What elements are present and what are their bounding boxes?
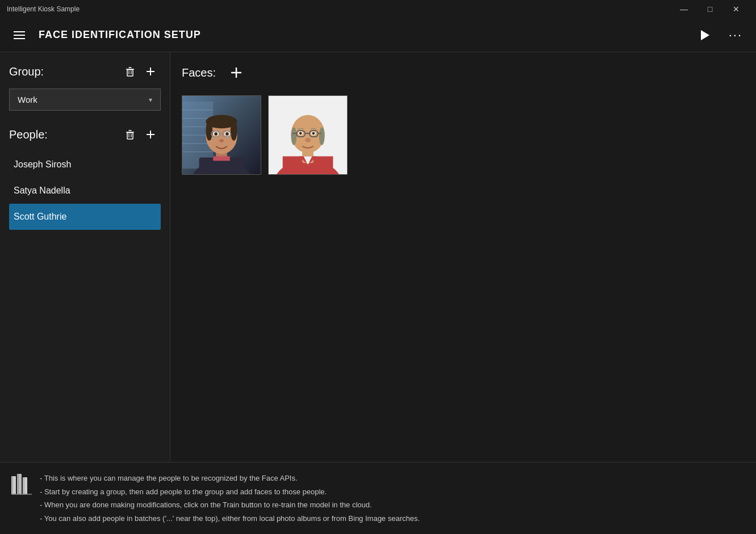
faces-label: Faces: — [182, 66, 216, 79]
help-content: - This is where you can manage the peopl… — [11, 472, 745, 525]
person-name: Scott Guthrie — [14, 212, 66, 221]
svg-point-56 — [299, 132, 302, 135]
trash-icon — [124, 66, 136, 77]
face-image-1[interactable] — [182, 95, 261, 175]
person-name: Joseph Sirosh — [14, 159, 71, 169]
page-title: FACE IDENTIFICATION SETUP — [39, 29, 694, 41]
help-text-container: - This is where you can manage the peopl… — [40, 472, 420, 525]
group-dropdown-value: Work — [18, 95, 37, 104]
title-bar: Intelligent Kiosk Sample — □ ✕ — [0, 0, 756, 18]
svg-point-35 — [225, 132, 229, 136]
face-image-2[interactable] — [268, 95, 348, 175]
hamburger-line-2 — [14, 35, 25, 36]
face-photo-2 — [269, 95, 347, 175]
svg-rect-62 — [18, 474, 19, 494]
help-line-1: - This is where you can manage the peopl… — [40, 472, 420, 485]
group-label: Group: — [9, 65, 120, 78]
svg-rect-1 — [127, 70, 133, 76]
svg-point-58 — [305, 138, 311, 142]
svg-point-48 — [319, 127, 325, 145]
app-header: FACE IDENTIFICATION SETUP ··· — [0, 18, 756, 52]
play-icon — [698, 29, 711, 41]
window-controls: — □ ✕ — [671, 0, 749, 18]
more-options-button[interactable]: ··· — [724, 26, 747, 45]
group-dropdown[interactable]: Work ▾ — [9, 89, 161, 111]
svg-marker-0 — [701, 30, 709, 40]
play-button[interactable] — [694, 27, 715, 44]
add-group-icon — [145, 66, 156, 77]
svg-rect-64 — [23, 477, 24, 494]
close-button[interactable]: ✕ — [723, 0, 749, 18]
faces-header: Faces: — [182, 61, 745, 84]
add-face-button[interactable] — [225, 61, 248, 84]
chevron-down-icon: ▾ — [149, 96, 152, 104]
faces-panel: Faces: — [170, 52, 756, 462]
hamburger-menu-button[interactable] — [9, 27, 30, 44]
person-item-scott-guthrie[interactable]: Scott Guthrie — [9, 204, 161, 230]
add-person-button[interactable] — [140, 124, 161, 145]
sidebar: Group: Work ▾ — [0, 52, 170, 462]
svg-point-57 — [312, 132, 315, 135]
svg-rect-41 — [213, 156, 230, 161]
delete-group-button[interactable] — [120, 61, 140, 82]
add-group-button[interactable] — [140, 61, 161, 82]
help-icon — [11, 473, 32, 501]
help-line-3: - When you are done making modifications… — [40, 498, 420, 511]
main-content: Group: Work ▾ — [0, 52, 756, 462]
header-actions: ··· — [694, 26, 747, 45]
window-title: Intelligent Kiosk Sample — [7, 5, 80, 13]
person-item-joseph-sirosh[interactable]: Joseph Sirosh — [9, 152, 161, 178]
person-name: Satya Nadella — [14, 186, 70, 195]
minimize-button[interactable]: — — [671, 0, 697, 18]
people-list: Joseph Sirosh Satya Nadella Scott Guthri… — [9, 152, 161, 230]
add-face-icon — [229, 66, 243, 79]
delete-person-trash-icon — [124, 129, 136, 140]
svg-point-31 — [231, 120, 237, 140]
svg-point-47 — [291, 127, 296, 145]
help-line-4: - You can also add people in batches ('.… — [40, 512, 420, 525]
add-person-icon — [145, 129, 156, 140]
people-label: People: — [9, 128, 120, 141]
faces-grid — [182, 95, 745, 175]
help-section: - This is where you can manage the peopl… — [0, 462, 756, 534]
person-item-satya-nadella[interactable]: Satya Nadella — [9, 178, 161, 204]
svg-point-34 — [214, 132, 218, 136]
books-icon — [11, 473, 32, 497]
group-section-header: Group: — [9, 61, 161, 82]
more-options-icon: ··· — [729, 28, 742, 43]
face-photo-1 — [182, 95, 261, 175]
svg-rect-60 — [12, 476, 13, 494]
hamburger-line-1 — [14, 31, 25, 32]
svg-point-39 — [219, 139, 224, 142]
delete-person-button[interactable] — [120, 124, 140, 145]
maximize-button[interactable]: □ — [697, 0, 723, 18]
help-line-2: - Start by creating a group, then add pe… — [40, 485, 420, 498]
svg-rect-8 — [127, 133, 133, 139]
svg-point-30 — [206, 120, 212, 140]
hamburger-line-3 — [14, 38, 25, 39]
people-section-header: People: — [9, 124, 161, 145]
